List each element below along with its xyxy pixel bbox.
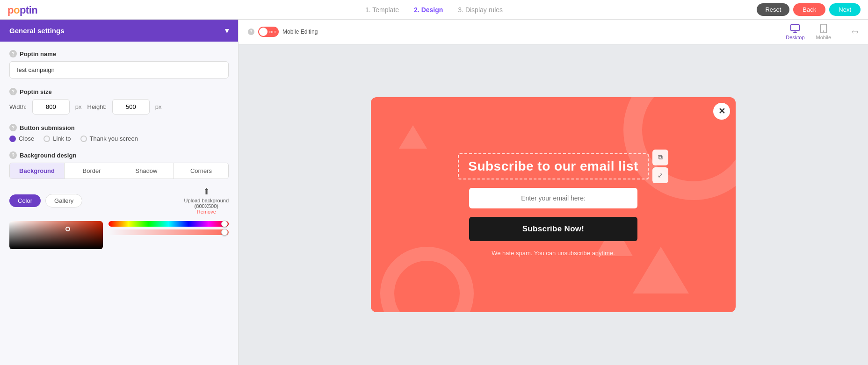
bg-triangle-3 — [399, 125, 427, 149]
poptin-size-label: ? Poptin size — [9, 88, 229, 95]
svg-rect-0 — [791, 25, 799, 31]
general-settings-body: ? Poptin name ? Poptin size Width: px He… — [0, 42, 238, 267]
color-gradient-box[interactable] — [9, 221, 103, 249]
width-unit: px — [75, 103, 82, 110]
remove-label[interactable]: Remove — [197, 209, 216, 215]
toggle-knob — [259, 28, 268, 36]
popup-title: Subscribe to our email list — [468, 159, 638, 174]
back-button[interactable]: Back — [793, 3, 825, 16]
mobile-label: Mobile — [816, 35, 831, 40]
popup-container: ✕ Subscribe to our email list ⧉ ⤢ Subscr… — [371, 97, 736, 312]
height-input[interactable] — [112, 99, 150, 115]
bg-tabs: Background Border Shadow Corners — [9, 163, 229, 179]
close-radio — [9, 136, 16, 142]
mobile-editing-label: Mobile Editing — [282, 29, 318, 35]
thank-you-radio — [80, 136, 87, 142]
general-settings-label: General settings — [9, 27, 65, 35]
close-radio-label: Close — [19, 135, 34, 142]
thank-you-radio-label: Thank you screen — [90, 135, 138, 142]
logo: poptin — [7, 3, 37, 16]
step-display-rules[interactable]: 3. Display rules — [458, 6, 503, 14]
popup-close-button[interactable]: ✕ — [713, 103, 730, 120]
step-design[interactable]: 2. Design — [414, 6, 443, 14]
main-layout: General settings ▾ ? Poptin name ? Popti… — [0, 20, 868, 365]
tab-corners[interactable]: Corners — [174, 163, 228, 179]
hue-handle[interactable] — [221, 221, 228, 227]
width-label: Width: — [9, 103, 27, 110]
preview-area: ✕ Subscribe to our email list ⧉ ⤢ Subscr… — [239, 44, 868, 365]
background-design-help-icon[interactable]: ? — [9, 151, 17, 159]
height-label: Height: — [87, 103, 107, 110]
popup-title-wrapper: Subscribe to our email list ⧉ ⤢ — [458, 153, 649, 179]
right-panel: ? Mobile Editing Desktop — [239, 20, 868, 365]
width-input[interactable] — [32, 99, 70, 115]
bg-circle-2 — [380, 247, 474, 312]
tab-shadow[interactable]: Shadow — [119, 163, 174, 179]
color-gallery-row: Color Gallery ⬆ Upload background (800X5… — [9, 186, 229, 215]
reset-button[interactable]: Reset — [757, 3, 789, 16]
mobile-editing-help-icon[interactable]: ? — [248, 29, 254, 35]
color-picker — [9, 221, 229, 249]
background-design-label-text: Background design — [20, 152, 76, 159]
tab-border[interactable]: Border — [65, 163, 119, 179]
mobile-editing-toggle: ? Mobile Editing — [248, 27, 318, 37]
link-to-radio-label: Link to — [53, 135, 71, 142]
device-tab-mobile[interactable]: Mobile — [816, 23, 831, 40]
submission-options: Close Link to Thank you screen — [9, 135, 229, 142]
chevron-down-icon: ▾ — [225, 26, 229, 35]
size-inputs-row: Width: px Height: px — [9, 99, 229, 115]
upload-icon: ⬆ — [203, 186, 210, 197]
poptin-size-label-text: Poptin size — [20, 88, 52, 95]
background-design-label: ? Background design — [9, 151, 229, 159]
poptin-name-help-icon[interactable]: ? — [9, 50, 17, 57]
submission-link-to[interactable]: Link to — [43, 135, 71, 142]
expand-icon[interactable]: ⤢ — [849, 26, 861, 38]
device-tabs: Desktop Mobile ⤢ — [786, 23, 859, 40]
poptin-name-group: ? Poptin name — [9, 50, 229, 79]
link-to-radio — [43, 136, 50, 142]
preview-toolbar: ? Mobile Editing Desktop — [239, 20, 868, 44]
submission-thank-you[interactable]: Thank you screen — [80, 135, 138, 142]
color-pill-button[interactable]: Color — [9, 194, 41, 207]
upload-background-button[interactable]: ⬆ Upload background (800X500) Remove — [184, 186, 229, 215]
general-settings-header[interactable]: General settings ▾ — [0, 20, 238, 42]
button-submission-group: ? Button submission Close Link to Thank … — [9, 124, 229, 142]
gallery-pill-button[interactable]: Gallery — [45, 194, 82, 208]
tab-background[interactable]: Background — [10, 163, 65, 179]
opacity-slider[interactable] — [108, 229, 229, 235]
poptin-size-group: ? Poptin size Width: px Height: px — [9, 88, 229, 115]
device-tab-desktop[interactable]: Desktop — [786, 23, 804, 40]
topbar: poptin 1. Template 2. Design 3. Display … — [0, 0, 868, 20]
copy-element-button[interactable]: ⧉ — [652, 150, 668, 165]
resize-element-button[interactable]: ⤢ — [652, 167, 668, 183]
popup-subscribe-button[interactable]: Subscribe Now! — [469, 217, 637, 241]
popup-email-input[interactable] — [469, 188, 637, 208]
height-unit: px — [155, 103, 162, 110]
poptin-size-help-icon[interactable]: ? — [9, 88, 17, 95]
next-button[interactable]: Next — [829, 3, 861, 16]
bg-triangle-1 — [633, 247, 689, 293]
background-design-group: ? Background design Background Border Sh… — [9, 151, 229, 249]
button-submission-help-icon[interactable]: ? — [9, 124, 17, 131]
opacity-handle[interactable] — [221, 229, 228, 236]
poptin-name-input[interactable] — [9, 61, 229, 79]
steps: 1. Template 2. Design 3. Display rules — [365, 6, 503, 14]
hue-slider[interactable] — [108, 221, 229, 227]
step-template[interactable]: 1. Template — [365, 6, 399, 14]
topbar-actions: Reset Back Next — [757, 3, 861, 16]
button-submission-label: ? Button submission — [9, 124, 229, 131]
upload-size: (800X500) — [195, 203, 218, 209]
submission-close[interactable]: Close — [9, 135, 34, 142]
mobile-editing-switch[interactable] — [258, 27, 279, 37]
popup-title-actions: ⧉ ⤢ — [652, 150, 668, 183]
desktop-label: Desktop — [786, 35, 804, 40]
left-panel: General settings ▾ ? Poptin name ? Popti… — [0, 20, 239, 365]
color-gradient-handle[interactable] — [65, 227, 70, 231]
desktop-icon — [790, 23, 800, 34]
button-submission-label-text: Button submission — [20, 124, 75, 131]
logo-text: poptin — [7, 3, 37, 16]
popup-spam-text: We hate spam. You can unsubscribe anytim… — [492, 250, 615, 257]
poptin-name-label: ? Poptin name — [9, 50, 229, 57]
mobile-icon — [818, 23, 829, 34]
upload-label: Upload background — [184, 198, 229, 203]
